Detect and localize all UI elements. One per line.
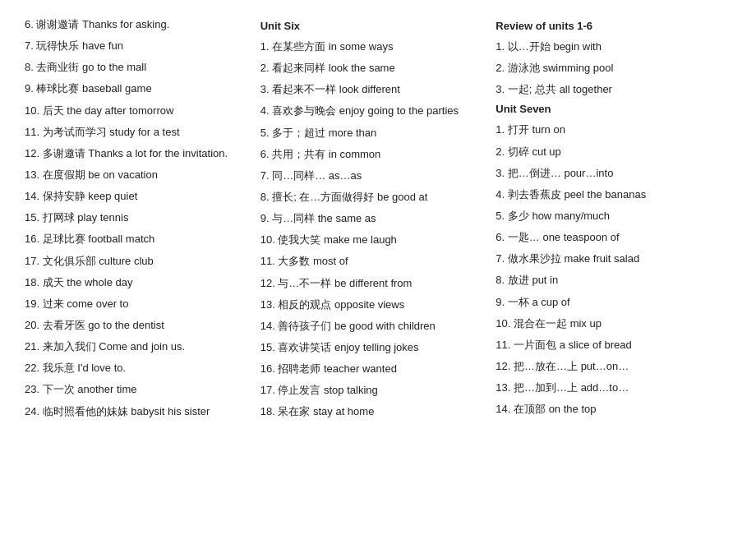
list-item: 18. 呆在家 stay at home xyxy=(260,404,488,420)
list-item: 6. 一匙… one teaspoon of xyxy=(496,229,723,246)
list-item: 8. 放进 put in xyxy=(496,272,723,288)
list-item: 7. 做水果沙拉 make fruit salad xyxy=(496,251,723,267)
section-header-2: Unit Seven xyxy=(496,103,723,115)
list-item: 8. 擅长; 在…方面做得好 be good at xyxy=(260,189,488,205)
column-2: Unit Six1. 在某些方面 in some ways2. 看起来同样 lo… xyxy=(260,16,496,426)
list-item: 5. 多少 how many/much xyxy=(496,208,723,224)
list-item: 3. 把…倒进… pour…into xyxy=(496,165,723,182)
list-item: 11. 为考试而学习 study for a test xyxy=(25,124,252,141)
list-item: 2. 游泳池 swimming pool xyxy=(496,60,723,76)
list-item: 24. 临时照看他的妹妹 babysit his sister xyxy=(25,404,252,420)
column-3: Review of units 1-61. 以…开始 begin with2. … xyxy=(496,16,731,422)
list-item: 19. 过来 come over to xyxy=(25,296,252,312)
list-item: 21. 来加入我们 Come and join us. xyxy=(25,339,252,355)
list-item: 5. 多于；超过 more than xyxy=(260,125,488,141)
list-item: 14. 保持安静 keep quiet xyxy=(25,188,252,205)
list-item: 9. 一杯 a cup of xyxy=(496,294,723,311)
list-item: 7. 玩得快乐 have fun xyxy=(25,38,252,54)
list-item: 4. 剥去香蕉皮 peel the bananas xyxy=(496,187,723,203)
list-item: 12. 多谢邀请 Thanks a lot for the invitation… xyxy=(25,145,252,162)
list-item: 10. 使我大笑 make me laugh xyxy=(260,232,488,248)
list-item: 6. 共用；共有 in common xyxy=(260,146,488,163)
list-item: 10. 后天 the day after tomorrow xyxy=(25,103,252,119)
list-item: 15. 喜欢讲笑话 enjoy telling jokes xyxy=(260,339,488,356)
list-item: 6. 谢谢邀请 Thanks for asking. xyxy=(25,16,252,33)
main-content: 6. 谢谢邀请 Thanks for asking.7. 玩得快乐 have f… xyxy=(25,16,731,426)
list-item: 15. 打网球 play tennis xyxy=(25,210,252,226)
list-item: 17. 停止发言 stop talking xyxy=(260,382,488,399)
list-item: 13. 把…加到…上 add…to… xyxy=(496,380,723,396)
column-1: 6. 谢谢邀请 Thanks for asking.7. 玩得快乐 have f… xyxy=(25,16,260,425)
list-item: 11. 一片面包 a slice of bread xyxy=(496,337,723,353)
list-item: 2. 看起来同样 look the same xyxy=(260,60,488,76)
list-item: 20. 去看牙医 go to the dentist xyxy=(25,317,252,334)
list-item: 1. 以…开始 begin with xyxy=(496,39,723,55)
list-item: 16. 足球比赛 football match xyxy=(25,231,252,247)
list-item: 10. 混合在一起 mix up xyxy=(496,316,723,332)
list-item: 22. 我乐意 I'd love to. xyxy=(25,360,252,376)
list-item: 8. 去商业街 go to the mall xyxy=(25,59,252,76)
section-header: Unit Six xyxy=(260,20,488,32)
list-item: 11. 大多数 most of xyxy=(260,253,488,270)
list-item: 9. 棒球比赛 baseball game xyxy=(25,81,252,97)
list-item: 18. 成天 the whole day xyxy=(25,274,252,291)
list-item: 4. 喜欢参与晚会 enjoy going to the parties xyxy=(260,103,488,119)
list-item: 1. 在某些方面 in some ways xyxy=(260,39,488,55)
list-item: 3. 一起; 总共 all together xyxy=(496,81,723,98)
list-item: 12. 把…放在…上 put…on… xyxy=(496,358,723,375)
list-item: 9. 与…同样 the same as xyxy=(260,210,488,227)
list-item: 17. 文化俱乐部 culture club xyxy=(25,253,252,270)
list-item: 16. 招聘老师 teacher wanted xyxy=(260,361,488,377)
list-item: 14. 善待孩子们 be good with children xyxy=(260,318,488,334)
list-item: 13. 在度假期 be on vacation xyxy=(25,167,252,183)
list-item: 7. 同…同样… as…as xyxy=(260,168,488,184)
list-item: 3. 看起来不一样 look different xyxy=(260,81,488,98)
list-item: 12. 与…不一样 be different from xyxy=(260,275,488,292)
list-item: 1. 打开 turn on xyxy=(496,122,723,138)
list-item: 14. 在顶部 on the top xyxy=(496,401,723,417)
list-item: 13. 相反的观点 opposite views xyxy=(260,297,488,313)
section-header: Review of units 1-6 xyxy=(496,20,723,32)
list-item: 2. 切碎 cut up xyxy=(496,144,723,160)
list-item: 23. 下一次 another time xyxy=(25,381,252,398)
